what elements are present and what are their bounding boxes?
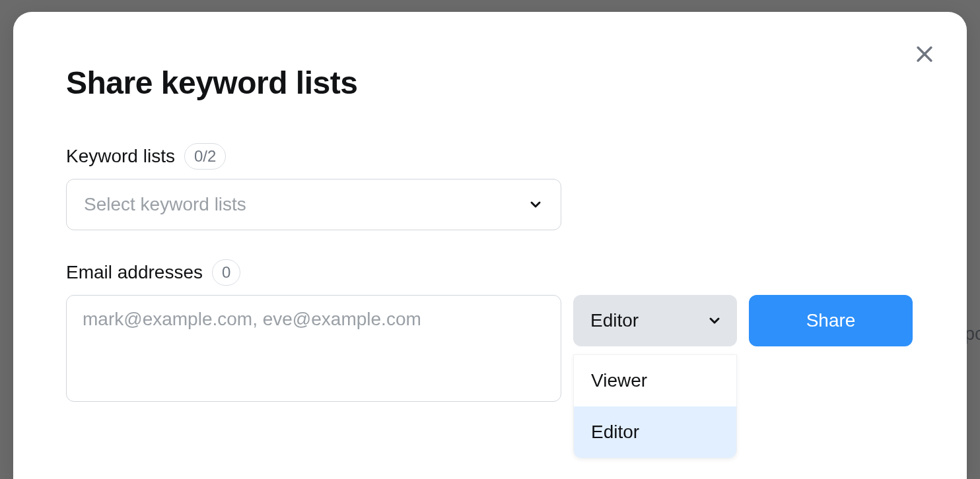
chevron-down-icon	[528, 197, 543, 212]
share-modal: Share keyword lists Keyword lists 0/2 Se…	[13, 12, 967, 479]
chevron-down-icon	[707, 313, 722, 329]
email-count-badge: 0	[212, 259, 240, 286]
keyword-lists-count-badge: 0/2	[184, 143, 226, 170]
email-label-row: Email addresses 0	[66, 259, 914, 286]
close-icon	[913, 43, 936, 65]
keyword-lists-label-row: Keyword lists 0/2	[66, 143, 914, 170]
email-addresses-field: Email addresses 0 Editor Share Viewer Ed…	[66, 259, 914, 402]
keyword-lists-field: Keyword lists 0/2 Select keyword lists	[66, 143, 914, 230]
close-button[interactable]	[911, 41, 938, 67]
keyword-lists-placeholder: Select keyword lists	[84, 194, 246, 215]
email-label: Email addresses	[66, 262, 203, 283]
share-button[interactable]: Share	[749, 295, 913, 346]
role-option-editor[interactable]: Editor	[574, 406, 736, 458]
role-select[interactable]: Editor	[573, 295, 737, 346]
email-input[interactable]	[66, 295, 561, 402]
role-dropdown: Viewer Editor	[573, 354, 737, 459]
keyword-lists-label: Keyword lists	[66, 146, 175, 167]
email-row: Editor Share Viewer Editor	[66, 295, 914, 402]
role-selected-label: Editor	[590, 310, 639, 331]
modal-title: Share keyword lists	[66, 65, 914, 101]
role-option-viewer[interactable]: Viewer	[574, 355, 736, 406]
keyword-lists-select[interactable]: Select keyword lists	[66, 179, 561, 230]
